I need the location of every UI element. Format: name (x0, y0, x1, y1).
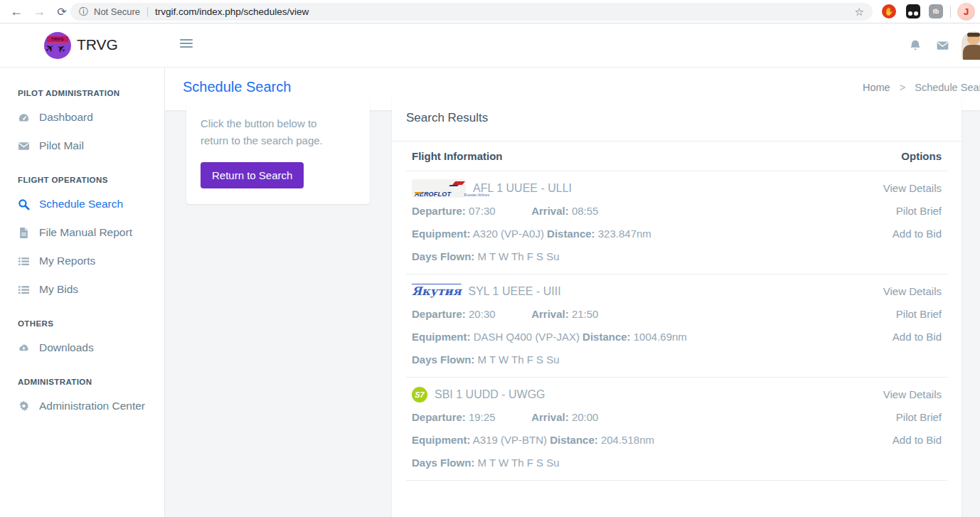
breadcrumb: Home > Schedule Search (863, 82, 980, 93)
sidebar-item-label: Downloads (39, 341, 94, 354)
site-info-icon[interactable]: ⓘ (79, 6, 88, 18)
pilot-brief-link[interactable]: Pilot Brief (863, 303, 942, 326)
distance-value: 204.518nm (601, 434, 654, 446)
sidebar-item-schedule-search[interactable]: Schedule Search (0, 190, 164, 218)
departure-time: 20:30 (469, 308, 496, 320)
adblock-extension-icon[interactable]: ✋ (882, 4, 896, 18)
sidebar-item-dashboard[interactable]: Dashboard (0, 103, 164, 132)
pilot-brief-link[interactable]: Pilot Brief (863, 406, 942, 429)
sidebar-item-label: Pilot Mail (39, 139, 84, 152)
security-label: Not Secure (94, 6, 140, 17)
sidebar-item-my-reports[interactable]: My Reports (0, 247, 164, 275)
list-icon (18, 255, 30, 267)
return-to-search-button[interactable]: Return to Search (201, 162, 304, 188)
file-icon (18, 227, 30, 239)
view-details-link[interactable]: View Details (863, 177, 942, 200)
add-to-bid-link[interactable]: Add to Bid (863, 223, 942, 245)
tb-extension-icon[interactable]: tb (929, 4, 943, 18)
equipment-label: Equipment: (412, 228, 471, 240)
view-details-link[interactable]: View Details (863, 383, 942, 406)
tampermonkey-extension-icon[interactable] (906, 4, 920, 18)
flight-row-yakutia: Якутия SYL 1 UEEE - UIII Departure: 20:3… (406, 275, 947, 378)
equipment-value: DASH Q400 (VP-JAX) (474, 331, 580, 343)
address-bar-divider (147, 7, 148, 17)
departure-time: 19:25 (469, 411, 496, 423)
arrival-time: 21:50 (572, 308, 599, 320)
sidebar-section-flight-operations: FLIGHT OPERATIONS (0, 169, 164, 190)
distance-value: 1004.69nm (634, 331, 687, 343)
address-bar[interactable]: ⓘ Not Secure trvgif.com/index.php/schedu… (70, 3, 873, 21)
aeroflot-logo-subtext: Russian Airlines (454, 193, 490, 197)
view-details-link[interactable]: View Details (863, 280, 942, 303)
breadcrumb-home-link[interactable]: Home (863, 82, 890, 93)
days-flown-label: Days Flown: (412, 457, 474, 469)
days-flown-label: Days Flown: (412, 353, 474, 366)
user-avatar[interactable] (962, 31, 980, 60)
flight-code: SYL 1 UEEE - UIII (469, 280, 561, 303)
arrival-label: Arrival: (531, 308, 569, 320)
distance-label: Distance: (547, 228, 595, 240)
sidebar-section-others: OTHERS (0, 312, 164, 334)
trvg-logo[interactable]: TRVG ✈ ✈ (44, 32, 71, 59)
sidebar-item-downloads[interactable]: Downloads (0, 334, 164, 362)
add-to-bid-link[interactable]: Add to Bid (863, 429, 942, 452)
flight-row-aeroflot: AEROFLOT Russian Airlines AFL 1 UUEE - U… (406, 171, 947, 275)
sidebar-item-pilot-mail[interactable]: Pilot Mail (0, 132, 164, 160)
equipment-label: Equipment: (412, 331, 471, 343)
breadcrumb-separator: > (900, 82, 905, 93)
pilot-brief-link[interactable]: Pilot Brief (863, 200, 942, 223)
search-results-card: Search Results Flight Information Option… (392, 96, 962, 517)
browser-toolbar: ← → ⟳ ⓘ Not Secure trvgif.com/index.php/… (0, 0, 980, 23)
brand-name[interactable]: TRVG (77, 36, 118, 53)
equipment-value: A320 (VP-A0J) (473, 228, 544, 240)
sidebar-item-label: My Reports (39, 255, 95, 267)
browser-back-button[interactable]: ← (7, 2, 26, 21)
sidebar: PILOT ADMINISTRATION Dashboard Pilot Mai… (0, 68, 165, 517)
add-to-bid-link[interactable]: Add to Bid (863, 326, 942, 348)
departure-label: Departure: (412, 308, 466, 320)
sidebar-item-my-bids[interactable]: My Bids (0, 275, 164, 304)
page-title: Schedule Search (183, 79, 291, 95)
aeroflot-wing-icon (452, 181, 465, 185)
departure-label: Departure: (412, 411, 466, 423)
browser-reload-button[interactable]: ⟳ (53, 2, 71, 21)
days-flown-value: M T W Th F S Su (478, 353, 560, 366)
aeroflot-logo: AEROFLOT Russian Airlines (412, 179, 466, 198)
sidebar-item-label: My Bids (39, 283, 78, 296)
sidebar-item-label: Dashboard (39, 111, 93, 124)
return-message: Click the button below to return to the … (201, 115, 346, 149)
sidebar-item-administration-center[interactable]: Administration Center (0, 392, 164, 420)
sidebar-item-label: Schedule Search (39, 198, 123, 210)
app-header: TRVG ✈ ✈ TRVG (0, 23, 980, 68)
search-icon (18, 198, 30, 210)
browser-profile-avatar[interactable]: J (957, 3, 975, 21)
toolbar-separator (950, 6, 951, 18)
plane-icon: ✈ (54, 41, 69, 56)
flight-code: SBI 1 UUDD - UWGG (435, 383, 545, 406)
bookmark-star-icon[interactable]: ☆ (855, 6, 864, 18)
sidebar-toggle-icon[interactable] (180, 39, 193, 50)
column-flight-information: Flight Information (412, 150, 502, 162)
search-results-title: Search Results (392, 96, 962, 142)
sidebar-item-file-manual-report[interactable]: File Manual Report (0, 218, 164, 247)
messages-envelope-icon[interactable] (936, 39, 949, 55)
yakutia-logo: Якутия (412, 280, 462, 303)
arrival-label: Arrival: (531, 411, 569, 423)
url-text[interactable]: trvgif.com/index.php/schedules/view (155, 6, 309, 17)
gear-icon (18, 400, 30, 412)
equipment-value: A319 (VP-BTN) (473, 434, 547, 446)
sidebar-item-label: File Manual Report (39, 226, 132, 239)
sidebar-section-pilot-administration: PILOT ADMINISTRATION (0, 82, 164, 103)
list-icon (18, 284, 30, 296)
return-card: Click the button below to return to the … (186, 100, 370, 204)
sidebar-item-label: Administration Center (39, 400, 145, 412)
aeroflot-swoosh (415, 192, 422, 194)
browser-forward-button[interactable]: → (30, 2, 48, 21)
dashboard-icon (18, 112, 30, 124)
breadcrumb-current: Schedule Search (915, 82, 980, 93)
envelope-icon (18, 140, 30, 152)
notifications-bell-icon[interactable] (909, 39, 922, 55)
equipment-label: Equipment: (412, 434, 471, 446)
column-options: Options (901, 150, 942, 162)
flight-row-s7: S7 SBI 1 UUDD - UWGG Departure: 19:25 Ar… (406, 378, 947, 481)
